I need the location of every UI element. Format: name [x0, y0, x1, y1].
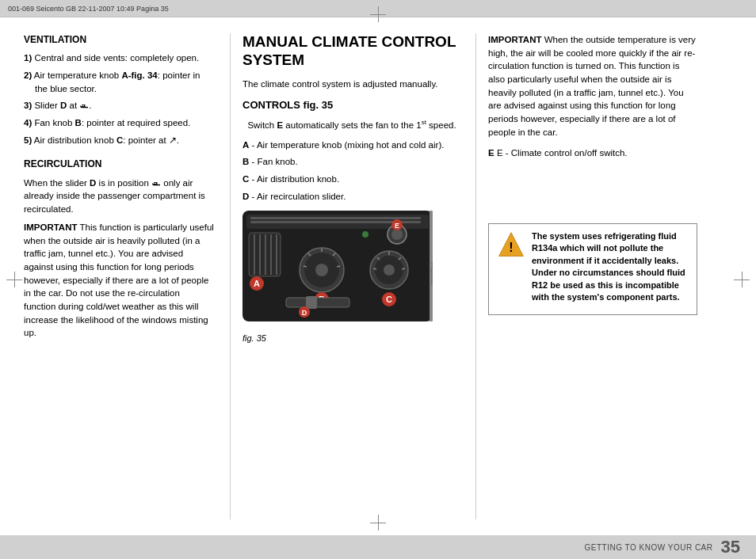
climate-panel-svg: A B: [242, 211, 433, 325]
e-text: E - Climate control on/off switch.: [497, 148, 628, 158]
svg-line-17: [337, 266, 340, 267]
control-c-letter: C: [242, 174, 249, 184]
item-2-num: 2): [24, 70, 32, 80]
important-text-left: This function is particularly useful whe…: [24, 222, 214, 337]
item-2: 2) Air temperature knob A-fig. 34: point…: [24, 69, 214, 95]
svg-point-37: [391, 229, 403, 240]
control-b-letter: B: [242, 157, 249, 166]
crosshair-left: [6, 272, 22, 287]
important-label-right: IMPORTANT: [488, 35, 542, 44]
svg-text:P4Q10020: P4Q10020: [430, 263, 433, 286]
item-2-text: Air temperature knob A-fig. 34: pointer …: [34, 70, 200, 93]
footer-bar: GETTING TO KNOW YOUR CAR 35: [0, 535, 756, 559]
item-5-num: 5): [24, 135, 32, 145]
switch-text: Switch E automatically sets the fan to t…: [242, 118, 464, 132]
e-label: E E - Climate control on/off switch.: [488, 146, 697, 160]
svg-line-27: [402, 268, 405, 269]
item-1: 1) Central and side vents: completely op…: [24, 51, 214, 65]
control-a-text: - Air temperature knob (mixing hot and c…: [252, 140, 445, 150]
control-a-letter: A: [242, 140, 249, 150]
item-3-bold: D: [60, 101, 67, 110]
svg-point-14: [315, 264, 328, 276]
controls-title: CONTROLS fig. 35: [242, 98, 464, 113]
recirculation-d: D: [90, 178, 96, 188]
crosshair-right: [734, 272, 750, 287]
right-column: IMPORTANT When the outside temperature i…: [475, 33, 697, 519]
important-text-right: When the outside temperature is very hig…: [488, 35, 696, 137]
control-c: C - Air distribution knob.: [242, 173, 464, 186]
item-1-text: Central and side vents: completely open.: [34, 53, 199, 63]
svg-line-29: [373, 268, 376, 269]
item-2-bold: A-fig. 34: [121, 70, 157, 80]
item-5-bold: C: [116, 135, 123, 145]
warning-text-content: The system uses refrigerating fluid R134…: [532, 231, 685, 302]
svg-rect-33: [306, 296, 317, 309]
recirculation-important: IMPORTANT This function is particularly …: [24, 221, 214, 340]
control-c-text: - Air distribution knob.: [252, 174, 340, 184]
warning-box: ! The system uses refrigerating fluid R1…: [488, 223, 697, 315]
right-important: IMPORTANT When the outside temperature i…: [488, 33, 697, 139]
main-content: VENTILATION 1) Central and side vents: c…: [0, 17, 756, 535]
svg-text:D: D: [302, 309, 307, 317]
item-3-text: Slider D at 🛥.: [34, 101, 91, 110]
recirculation-text: When the slider D is in position 🛥 only …: [24, 177, 214, 216]
control-d-text: - Air recirculation slider.: [252, 192, 346, 201]
recirculation-title: RECIRCULATION: [24, 158, 214, 171]
svg-point-24: [384, 264, 395, 276]
switch-e: E: [277, 120, 283, 130]
e-letter: E: [488, 148, 494, 158]
switch-suffix: speed.: [426, 120, 456, 130]
svg-rect-32: [286, 298, 349, 307]
svg-text:A: A: [254, 279, 260, 288]
warning-triangle-icon: !: [497, 230, 525, 259]
item-4-bold: B: [75, 118, 82, 127]
svg-rect-4: [249, 233, 281, 276]
header-text: 001-069 Seicento GB 22-11-2007 10:49 Pag…: [8, 5, 169, 13]
svg-rect-2: [250, 217, 421, 219]
warning-text: The system uses refrigerating fluid R134…: [532, 230, 689, 303]
footer-page-num: 35: [721, 537, 740, 557]
control-b-text: - Fan knob.: [252, 157, 298, 166]
recirculation-section: RECIRCULATION When the slider D is in po…: [24, 158, 214, 339]
crosshair-top: [370, 6, 386, 22]
footer-label: GETTING TO KNOW YOUR CAR: [585, 543, 713, 552]
item-1-num: 1): [24, 53, 32, 63]
control-a: A - Air temperature knob (mixing hot and…: [242, 139, 464, 152]
item-3-num: 3): [24, 101, 32, 110]
svg-text:!: !: [509, 240, 513, 254]
svg-text:C: C: [386, 295, 392, 304]
fig-label: fig. 35: [242, 333, 464, 345]
svg-line-19: [304, 266, 307, 267]
ventilation-title: VENTILATION: [24, 33, 214, 47]
figure-area: A B: [242, 211, 464, 345]
left-column: VENTILATION 1) Central and side vents: c…: [24, 33, 230, 519]
svg-text:E: E: [395, 222, 399, 230]
item-4-num: 4): [24, 118, 32, 127]
control-b: B - Fan knob.: [242, 155, 464, 169]
switch-prefix: Switch E automatically sets the fan to t…: [242, 120, 422, 130]
control-d-letter: D: [242, 192, 249, 201]
crosshair-bottom: [370, 515, 386, 530]
item-3: 3) Slider D at 🛥.: [24, 99, 214, 112]
item-4-text: Fan knob B: pointer at required speed.: [34, 118, 190, 127]
control-d: D - Air recirculation slider.: [242, 190, 464, 203]
main-title: MANUAL CLIMATE CONTROL SYSTEM: [242, 33, 464, 70]
page: 001-069 Seicento GB 22-11-2007 10:49 Pag…: [0, 0, 756, 559]
important-label-left: IMPORTANT: [24, 222, 78, 232]
item-5-text: Air distribution knob C: pointer at ↗.: [34, 135, 179, 145]
mid-column: MANUAL CLIMATE CONTROL SYSTEM The climat…: [230, 33, 475, 519]
item-4: 4) Fan knob B: pointer at required speed…: [24, 116, 214, 130]
item-5: 5) Air distribution knob C: pointer at ↗…: [24, 134, 214, 147]
intro-text: The climate control system is adjusted m…: [242, 78, 464, 91]
svg-point-40: [362, 231, 368, 238]
